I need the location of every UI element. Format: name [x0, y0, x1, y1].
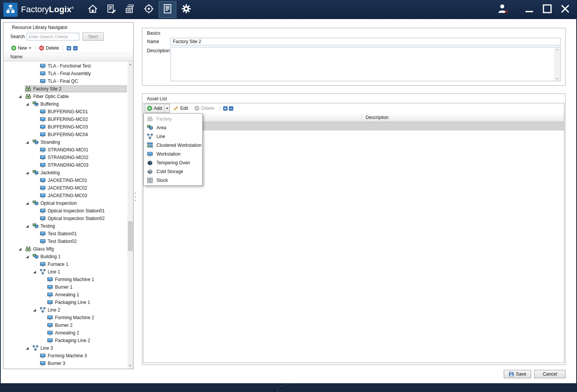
tree-item[interactable]: BUFFERING-MC03	[3, 123, 133, 131]
tree-item[interactable]: Annealing 2	[3, 329, 133, 337]
scroll-down-icon[interactable]: ▼	[127, 363, 133, 369]
tree-item[interactable]: Stranding	[3, 138, 133, 146]
new-button[interactable]: New	[11, 45, 32, 51]
description-label: Description	[147, 47, 171, 81]
tree-item[interactable]: Packaging Line 1	[3, 299, 133, 306]
add-menu-item-workstation[interactable]: Workstation	[144, 149, 202, 158]
expander-icon[interactable]	[18, 95, 25, 98]
cancel-button[interactable]: Cancel	[534, 370, 566, 378]
collapse-all-button[interactable]	[73, 46, 78, 51]
nav-gear-button[interactable]	[177, 1, 195, 18]
tree-item[interactable]: Line 3	[3, 344, 133, 352]
tree-scrollbar[interactable]: ▲ ▼	[127, 61, 133, 369]
scrollbar-track[interactable]	[127, 67, 133, 363]
expander-icon[interactable]	[26, 141, 32, 144]
tree-item[interactable]: Buffering	[3, 100, 133, 108]
tree-item[interactable]: STRANDING-MC01	[3, 146, 133, 154]
expander-icon[interactable]	[26, 255, 32, 259]
delete-button[interactable]: Delete	[39, 45, 59, 51]
search-input[interactable]	[27, 33, 79, 40]
tree-item[interactable]: Line 1	[3, 268, 133, 276]
scroll-up-icon[interactable]: ▲	[556, 48, 559, 51]
panel-splitter[interactable]	[134, 19, 137, 383]
tree-item[interactable]: Jacketing	[3, 169, 133, 177]
tree-item[interactable]: Testing	[3, 222, 133, 230]
nav-report-button[interactable]	[159, 1, 176, 18]
tree-item[interactable]: Optical Inspection Station02	[3, 215, 133, 222]
workstation-icon	[40, 238, 46, 244]
tree-item[interactable]: Furnace 1	[3, 260, 133, 268]
scroll-down-icon[interactable]: ▼	[556, 77, 559, 80]
expand-all-button[interactable]	[66, 46, 71, 51]
maximize-button[interactable]	[541, 3, 554, 16]
expander-icon[interactable]	[26, 171, 32, 175]
add-menu-item-stock[interactable]: Stock	[144, 176, 202, 185]
scrollbar-thumb[interactable]	[128, 221, 133, 251]
close-button[interactable]	[559, 3, 572, 16]
tree-item[interactable]: Optical Inspection	[3, 199, 133, 207]
expander-icon[interactable]	[26, 103, 32, 106]
minimize-button[interactable]	[523, 3, 536, 16]
name-input[interactable]	[171, 38, 561, 45]
nav-home-button[interactable]	[84, 1, 102, 18]
tree-item[interactable]: Burner 2	[3, 321, 133, 329]
add-menu-item-tempering-oven[interactable]: Tempering Oven	[144, 158, 202, 167]
add-menu-item-line[interactable]: Line	[144, 132, 202, 141]
tree-item[interactable]: Building 1	[3, 253, 133, 260]
expander-icon[interactable]	[18, 247, 25, 251]
tree-column-header[interactable]: Name	[3, 53, 133, 61]
tree-item[interactable]: TLA - Final QC	[3, 77, 133, 85]
textarea-scrollbar[interactable]: ▲ ▼	[554, 47, 560, 81]
add-menu-item-cold-storage[interactable]: Cold Storage	[144, 167, 202, 176]
edit-button[interactable]: Edit	[171, 104, 191, 112]
tree-item[interactable]: JACKETING-MC01	[3, 177, 133, 184]
tree-item[interactable]: TLA - Final Assembly	[3, 70, 133, 77]
tree-item[interactable]: Burner 3	[3, 360, 133, 367]
tree-item[interactable]: Optical Inspection Station01	[3, 207, 133, 215]
tree-item[interactable]: JACKETING-MC03	[3, 192, 133, 199]
nav-forms-button[interactable]	[103, 1, 120, 18]
expander-icon[interactable]	[26, 202, 32, 205]
tree-item[interactable]: Line 2	[3, 306, 133, 314]
tree-item[interactable]: Factory Site 2	[3, 85, 133, 93]
tree-item[interactable]: BUFFERING-MC04	[3, 131, 133, 138]
tree-item[interactable]: Test Station02	[3, 238, 133, 245]
tree-item[interactable]: Forming Machine 2	[3, 314, 133, 321]
save-button[interactable]: Save	[504, 370, 531, 378]
tree-item[interactable]: BUFFERING-MC02	[3, 116, 133, 123]
expander-icon[interactable]	[33, 308, 39, 312]
expand-all-button[interactable]	[223, 106, 228, 111]
add-menu-item-clustered-workstation[interactable]: Clustered Workstation	[144, 141, 202, 149]
tree-item[interactable]: Forming Machine 1	[3, 276, 133, 283]
user-signout-button[interactable]	[496, 3, 509, 16]
asset-delete-label: Delete	[201, 106, 214, 111]
add-dropdown-toggle[interactable]	[164, 104, 169, 112]
nav-documents-button[interactable]	[121, 1, 139, 18]
expander-icon[interactable]	[33, 270, 39, 274]
new-button-label: New	[18, 45, 27, 51]
next-button[interactable]: Next	[82, 32, 104, 41]
add-menu-item-area[interactable]: Area	[144, 123, 202, 132]
add-button[interactable]: Add	[145, 104, 170, 113]
tree-item[interactable]: Glass Mfg	[3, 245, 133, 253]
scroll-up-icon[interactable]: ▲	[127, 61, 133, 67]
column-header-description[interactable]: Description	[362, 113, 564, 122]
tree-item[interactable]: Annealing 1	[3, 291, 133, 299]
tree-item[interactable]: JACKETING-MC02	[3, 184, 133, 192]
tree-item[interactable]: Forming Machine 3	[3, 352, 133, 360]
description-input[interactable]	[171, 47, 554, 81]
expander-icon[interactable]	[26, 225, 32, 228]
nav-target-button[interactable]	[140, 1, 158, 18]
tree-item[interactable]: BUFFERING-MC01	[3, 108, 133, 116]
tree-item[interactable]: Fiber Optic Cable	[3, 93, 133, 100]
tree-item[interactable]: TLA - Functional Test	[3, 62, 133, 70]
tree-item[interactable]: Packaging Line 2	[3, 337, 133, 344]
tree-item[interactable]: Test Station01	[3, 230, 133, 238]
tree-item-label: Jacketing	[40, 170, 60, 175]
tree-item[interactable]: Burner 1	[3, 283, 133, 291]
expander-icon[interactable]	[26, 347, 32, 350]
tree-item[interactable]: STRANDING-MC03	[3, 161, 133, 169]
tree-item[interactable]: STRANDING-MC02	[3, 154, 133, 161]
selected-asset-row[interactable]	[143, 122, 564, 130]
collapse-all-button[interactable]	[229, 106, 234, 111]
